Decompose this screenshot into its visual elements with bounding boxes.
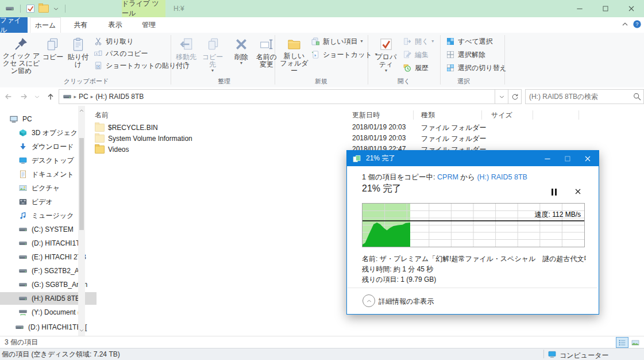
file-cell-type: ファイル フォルダー [421, 134, 487, 144]
breadcrumb-pc[interactable]: PC [79, 93, 88, 101]
back-button[interactable] [0, 90, 16, 104]
edit-button[interactable]: 編集 [403, 49, 429, 60]
scroll-down-arrow-icon[interactable] [78, 327, 85, 334]
tab-share[interactable]: 共有 [65, 17, 97, 33]
drive-icon [63, 92, 72, 101]
scroll-up-arrow-icon[interactable] [78, 107, 85, 114]
new-shortcut-button[interactable]: ショートカット▾ [311, 49, 377, 60]
maximize-button[interactable] [592, 0, 618, 17]
properties-check-icon[interactable] [26, 4, 35, 13]
delete-x-icon [234, 37, 249, 52]
history-icon [403, 63, 412, 72]
group-label-new: 新規 [287, 77, 356, 85]
copy-to-button[interactable]: コピー先▾ [200, 35, 225, 75]
computer-label: コンピューター [560, 351, 608, 360]
refresh-icon[interactable] [508, 89, 522, 104]
tab-file[interactable]: ファイル [0, 17, 28, 33]
move-to-button[interactable]: 移動先▾ [173, 35, 199, 75]
title-bar [0, 0, 644, 17]
cut-button[interactable]: 切り取り [94, 36, 134, 47]
tab-manage[interactable]: 管理 [132, 17, 165, 33]
up-button[interactable] [43, 90, 59, 104]
drive-icon[interactable] [5, 4, 15, 13]
delete-button[interactable]: 削除▾ [229, 35, 254, 75]
invert-selection-icon [446, 63, 455, 72]
drive-icon [18, 280, 28, 289]
dialog-maximize-button[interactable] [558, 151, 577, 166]
file-row[interactable]: $RECYCLE.BIN [95, 122, 158, 133]
breadcrumb-current[interactable]: (H:) RAID5 8TB [95, 93, 144, 101]
hide-details-label[interactable]: 詳細情報の非表示 [379, 297, 434, 307]
window-title: H:¥ [173, 0, 184, 17]
column-header-name[interactable]: 名前 [95, 109, 109, 121]
column-header-size[interactable]: サイズ [491, 109, 512, 121]
dialog-title: 21% 完了 [366, 154, 395, 163]
dialog-minimize-button[interactable] [538, 151, 557, 166]
minimize-button[interactable] [566, 0, 592, 17]
rename-button[interactable]: 名前の変更 [255, 35, 278, 75]
copy-button[interactable]: コピー [41, 35, 64, 75]
help-icon[interactable] [633, 20, 642, 30]
open-icon [403, 37, 412, 46]
file-row[interactable]: Videos [95, 144, 129, 155]
divider [348, 288, 597, 288]
tab-view[interactable]: 表示 [99, 17, 131, 33]
copy-speed-chart: 速度: 112 MB/s [362, 203, 585, 247]
cancel-copy-button[interactable] [573, 187, 583, 198]
shortcut-icon [311, 50, 320, 59]
open-button[interactable]: 開く▾ [403, 36, 434, 47]
breadcrumb-chevron-icon: ▸ [91, 94, 94, 99]
select-none-button[interactable]: 選択解除 [446, 49, 485, 60]
forward-button[interactable] [16, 90, 32, 104]
monitor-icon [18, 156, 28, 165]
file-row[interactable]: System Volume Information [95, 133, 192, 144]
film-icon [18, 197, 28, 206]
dialog-close-button[interactable] [578, 151, 597, 166]
select-all-button[interactable]: すべて選択 [446, 36, 493, 47]
tab-home[interactable]: ホーム [30, 17, 61, 33]
drive-tools-label: ドライブ ツール [122, 0, 165, 18]
sidebar-item-pc[interactable]: PC [0, 113, 87, 125]
details-view-icon [618, 338, 627, 347]
copy-path-button[interactable]: パスのコピー [94, 48, 148, 59]
customize-toolbar-chevron-icon[interactable] [52, 5, 60, 13]
search-input[interactable] [526, 92, 631, 101]
recent-locations-chevron-icon[interactable] [32, 90, 43, 104]
ribbon-tab-row [0, 17, 644, 33]
copy-progress-dialog: 21% 完了 1 個の項目をコピー中: CPRM から (H:) RAID5 8… [346, 150, 599, 315]
new-folder-button[interactable]: 新しい フォルダー [279, 35, 309, 75]
computer-icon [9, 114, 18, 124]
edit-icon [403, 50, 412, 59]
paste-button[interactable]: 貼り付け [65, 35, 91, 75]
source-link[interactable]: CPRM [437, 173, 458, 181]
thumbnails-view-button[interactable] [629, 337, 642, 348]
close-button[interactable] [618, 0, 644, 17]
address-bar[interactable]: ▸ PC ▸ (H:) RAID5 8TB [59, 89, 496, 104]
details-view-button[interactable] [616, 337, 628, 348]
file-cell-modified: 2018/01/19 20:03 [352, 134, 406, 142]
address-dropdown-chevron-icon[interactable] [495, 89, 508, 104]
drive-tools-context-tab[interactable]: ドライブ ツール [122, 0, 165, 17]
new-item-button[interactable]: 新しい項目▾ [311, 36, 363, 47]
scrollbar-thumb[interactable] [79, 138, 84, 230]
hide-details-chevron-icon[interactable] [363, 294, 375, 307]
destination-link[interactable]: (H:) RAID5 8TB [477, 173, 527, 181]
explorer-window: ドライブ ツール H:¥ ファイル ホーム 共有 表示 管理 クイック アクセ … [0, 0, 644, 360]
time-remaining-line: 残り時間: 約 1 分 45 秒 [362, 265, 433, 274]
search-icon[interactable] [633, 92, 642, 101]
column-header-modified[interactable]: 更新日時 [352, 109, 380, 121]
ribbon-collapse-chevron-icon[interactable] [620, 20, 630, 30]
document-icon [18, 170, 28, 179]
new-folder-quick-icon[interactable] [38, 5, 49, 13]
pause-button[interactable] [547, 187, 560, 197]
properties-button[interactable]: プロパティ▾ [372, 35, 400, 75]
invert-selection-button[interactable]: 選択の切り替え [446, 62, 507, 74]
column-header-type[interactable]: 種類 [421, 109, 435, 121]
items-count: 3 個の項目 [0, 338, 38, 347]
pin-to-quick-access-button[interactable]: クイック アクセ スにピン留め [2, 35, 40, 75]
folder-icon [95, 135, 105, 143]
search-box[interactable] [525, 89, 644, 104]
folder-icon [95, 145, 105, 154]
history-button[interactable]: 履歴 [403, 62, 429, 74]
group-label-clipboard: クリップボード [34, 77, 138, 85]
